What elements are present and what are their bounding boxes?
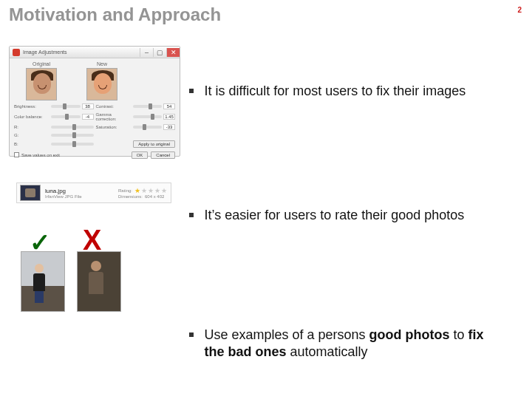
preview-image-original	[26, 68, 57, 100]
saturation-value: -33	[163, 124, 175, 130]
saturation-label: Saturation:	[96, 125, 132, 129]
apply-button[interactable]: Apply to original	[133, 140, 175, 148]
rating-label: Rating:	[118, 188, 132, 193]
rating-thumbnail	[20, 185, 41, 201]
dimensions-value: 604 x 402	[145, 194, 164, 199]
bullet-1-text: It is difficult for most users to fix th…	[204, 83, 507, 100]
bullet-icon	[189, 332, 194, 337]
saturation-slider[interactable]	[133, 126, 163, 129]
cancel-button[interactable]: Cancel	[151, 151, 175, 159]
contrast-label: Contrast:	[96, 104, 132, 109]
brightness-label: Brightness:	[14, 104, 50, 109]
dimensions-label: Dimensions:	[118, 194, 143, 199]
figure-rating: luna.jpg IrfanView JPG File Rating: ★★★★…	[16, 183, 171, 203]
figure-good-photo	[21, 251, 65, 312]
bullet-1: It is difficult for most users to fix th…	[189, 83, 514, 100]
rating-filename: luna.jpg	[45, 188, 118, 194]
bullet-icon	[189, 213, 194, 217]
ok-button[interactable]: OK	[132, 151, 149, 159]
slide-title: Motivation and Approach	[9, 4, 221, 25]
colorbalance-slider[interactable]	[51, 115, 81, 118]
rating-stars[interactable]: ★★★★★	[134, 187, 168, 194]
contrast-value: 54	[163, 103, 175, 109]
editor-window: Image Adjustments – ▢ ✕ Original New	[9, 46, 180, 157]
gamma-slider[interactable]	[133, 115, 163, 118]
g-label: G:	[14, 133, 50, 137]
editor-titlebar: Image Adjustments – ▢ ✕	[10, 47, 180, 58]
save-values-checkbox[interactable]: Save values on exit	[14, 152, 60, 157]
brightness-slider[interactable]	[51, 105, 81, 108]
gamma-value: 1.45	[163, 114, 175, 120]
minimize-button[interactable]: –	[140, 48, 153, 57]
bullet-3-text: Use examples of a persons good photos to…	[204, 327, 507, 361]
b-label: B:	[14, 142, 50, 146]
preview-image-new	[86, 68, 117, 100]
rating-filetype: IrfanView JPG File	[45, 194, 118, 199]
bullet-icon	[189, 89, 194, 93]
editor-app-icon	[13, 49, 20, 56]
bullet-2: It’s easier for users to rate their good…	[189, 207, 514, 224]
close-button[interactable]: ✕	[166, 48, 180, 57]
brightness-value: 38	[82, 103, 94, 109]
figure-bad-photo	[77, 251, 121, 312]
bullet-3: Use examples of a persons good photos to…	[189, 327, 514, 361]
editor-window-title: Image Adjustments	[23, 50, 140, 55]
preview-label-new: New	[86, 61, 117, 66]
colorbalance-value: -4	[82, 114, 94, 120]
page-number: 2	[517, 6, 522, 14]
r-slider[interactable]	[51, 126, 94, 129]
bullet-2-text: It’s easier for users to rate their good…	[204, 207, 507, 224]
maximize-button[interactable]: ▢	[153, 48, 166, 57]
save-values-label: Save values on exit	[21, 153, 60, 157]
figure-editor: Image Adjustments – ▢ ✕ Original New	[9, 46, 180, 157]
g-slider[interactable]	[51, 134, 94, 137]
b-slider[interactable]	[51, 143, 94, 146]
gamma-label: Gamma correction:	[96, 112, 132, 121]
preview-label-original: Original	[26, 61, 57, 66]
r-label: R:	[14, 125, 50, 129]
contrast-slider[interactable]	[133, 105, 163, 108]
colorbalance-label: Color balance:	[14, 115, 50, 119]
